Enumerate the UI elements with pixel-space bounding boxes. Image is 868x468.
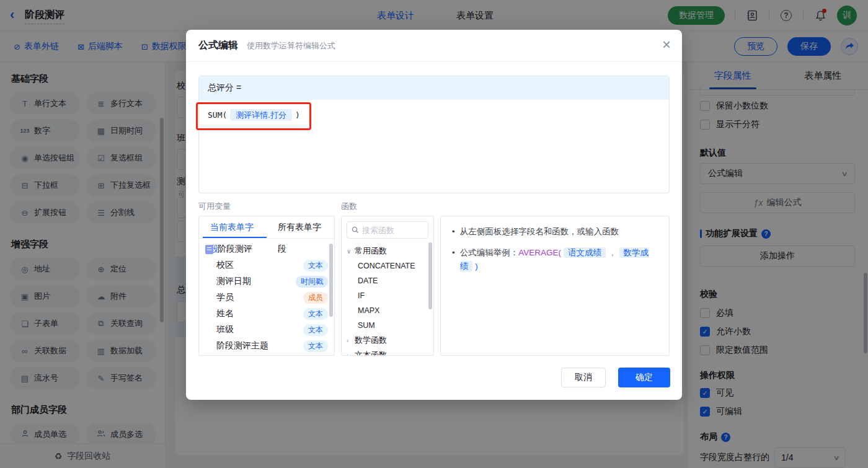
formula-field-chip[interactable]: 测评详情.打分 <box>230 109 292 121</box>
cancel-button[interactable]: 取消 <box>561 368 606 387</box>
variable-item[interactable]: 校区文本 <box>199 257 334 273</box>
variables-scrollbar-thumb[interactable] <box>329 244 333 317</box>
tab-current-form-fields[interactable]: 当前表单字段 <box>203 216 267 238</box>
variable-item[interactable]: 阶段测评主题文本 <box>199 338 334 354</box>
variable-item[interactable]: 姓名文本 <box>199 306 334 322</box>
function-group-math[interactable]: ›数学函数 <box>342 333 433 348</box>
hint-line-1: •从左侧面板选择字段名和函数，或输入函数 <box>446 225 663 239</box>
average-function-text: AVERAGE( <box>518 248 561 257</box>
function-group-common[interactable]: ∨常用函数 <box>342 244 433 258</box>
form-document-icon <box>205 245 213 254</box>
hint-panel: •从左侧面板选择字段名和函数，或输入函数 • 公式编辑举例：AVERAGE(语文… <box>440 216 670 356</box>
function-item-date[interactable]: DATE <box>342 273 433 288</box>
variable-tree-root[interactable]: 阶段测评 <box>199 241 334 257</box>
function-item-concatenate[interactable]: CONCATENATE <box>342 258 433 273</box>
field-type-badge: 时间戳 <box>296 276 328 288</box>
function-item-if[interactable]: IF <box>342 288 433 303</box>
field-type-badge: 文本 <box>303 308 328 320</box>
confirm-button[interactable]: 确定 <box>618 368 670 387</box>
formula-expression[interactable]: SUM(测评详情.打分) <box>199 100 669 131</box>
functions-label: 函数 <box>341 201 357 212</box>
chevron-down-icon: ∨ <box>347 248 352 255</box>
modal-title: 公式编辑 <box>198 39 238 52</box>
close-icon[interactable]: × <box>662 37 671 52</box>
formula-editor[interactable]: 总评分 = SUM(测评详情.打分) <box>198 76 670 193</box>
function-item-mapx[interactable]: MAPX <box>342 303 433 318</box>
search-icon <box>352 226 359 234</box>
example-field-chip: 语文成绩 <box>564 247 606 258</box>
variable-item[interactable]: 学员成员 <box>199 289 334 306</box>
functions-panel: ∨常用函数 CONCATENATE DATE IF MAPX SUM ›数学函数… <box>341 216 434 356</box>
chevron-right-icon: › <box>347 352 352 356</box>
variables-panel: 当前表单字段 所有表单字段 阶段测评 校区文本 测评日期时间戳 学员成员 姓名文… <box>198 216 335 356</box>
field-type-badge: 文本 <box>303 260 328 272</box>
field-type-badge: 文本 <box>303 340 328 352</box>
formula-target: 总评分 = <box>199 76 669 100</box>
hint-line-2: • 公式编辑举例：AVERAGE(语文成绩，数学成绩) <box>446 246 663 273</box>
chevron-right-icon: › <box>347 337 352 344</box>
modal-subtitle: 使用数学运算符编辑公式 <box>247 40 335 51</box>
function-item-sum[interactable]: SUM <box>342 318 433 333</box>
variable-item[interactable]: 测评日期时间戳 <box>199 273 334 289</box>
function-search-input[interactable] <box>362 226 421 235</box>
function-search-box[interactable] <box>347 221 428 239</box>
field-type-badge: 文本 <box>303 324 328 336</box>
variables-label: 可用变量 <box>198 201 231 212</box>
tab-all-form-fields[interactable]: 所有表单字段 <box>270 216 334 238</box>
formula-function-sum: SUM( <box>208 110 227 120</box>
formula-edit-modal: 公式编辑 使用数学运算符编辑公式 × 总评分 = SUM(测评详情.打分) 可用… <box>186 30 682 400</box>
function-group-text[interactable]: ›文本函数 <box>342 348 433 356</box>
formula-close-paren: ) <box>295 110 300 120</box>
field-type-badge: 成员 <box>303 292 328 304</box>
functions-scrollbar-thumb[interactable] <box>428 242 432 309</box>
variable-item[interactable]: 班级文本 <box>199 322 334 338</box>
